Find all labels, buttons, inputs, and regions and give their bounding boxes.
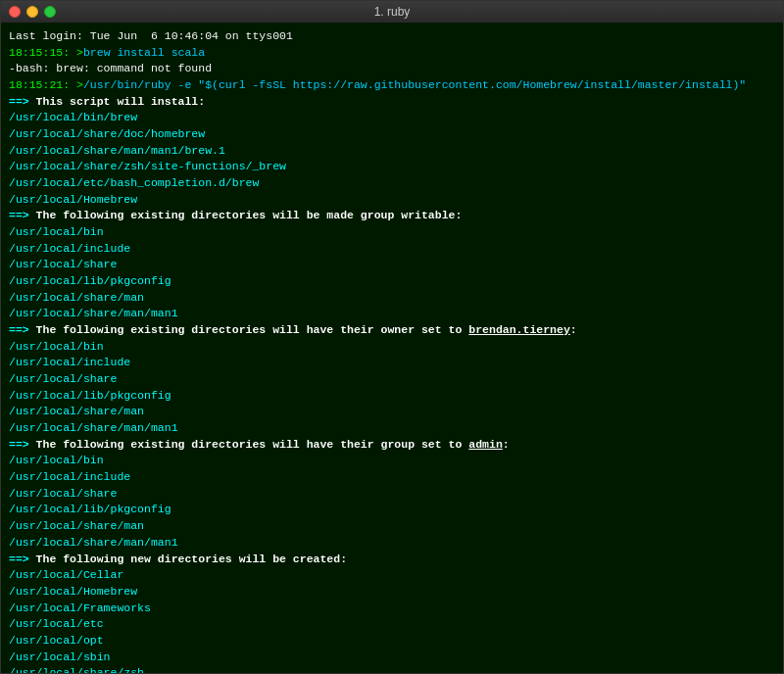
minimize-button[interactable] <box>26 6 38 18</box>
terminal-line: /usr/local/share/man/man1 <box>9 420 775 437</box>
terminal-line: -bash: brew: command not found <box>9 61 775 77</box>
titlebar: 1. ruby <box>1 1 783 23</box>
terminal-line: ==> The following existing directories w… <box>9 322 775 339</box>
terminal-line: ==> The following existing directories w… <box>9 437 775 454</box>
terminal-line: /usr/local/Cellar <box>9 567 775 584</box>
terminal-window: 1. ruby Last login: Tue Jun 6 10:46:04 o… <box>0 0 784 674</box>
terminal-line: /usr/local/bin <box>9 224 775 241</box>
terminal-line: /usr/local/bin <box>9 453 775 469</box>
terminal-line: /usr/local/etc/bash_completion.d/brew <box>9 175 775 192</box>
traffic-lights <box>9 6 56 18</box>
maximize-button[interactable] <box>44 6 56 18</box>
terminal-line: /usr/local/include <box>9 469 775 486</box>
terminal-line: /usr/local/bin/brew <box>9 110 775 126</box>
terminal-line: /usr/local/share <box>9 486 775 503</box>
terminal-line: /usr/local/opt <box>9 633 775 650</box>
terminal-line: /usr/local/share/man <box>9 404 775 420</box>
window-title: 1. ruby <box>374 5 411 19</box>
terminal-line: /usr/local/Homebrew <box>9 192 775 209</box>
terminal-line: /usr/local/share/man <box>9 518 775 535</box>
terminal-line: /usr/local/include <box>9 355 775 371</box>
terminal-line: /usr/local/Frameworks <box>9 601 775 617</box>
terminal-line: /usr/local/bin <box>9 339 775 356</box>
terminal-line: /usr/local/lib/pkgconfig <box>9 273 775 290</box>
terminal-line: Last login: Tue Jun 6 10:46:04 on ttys00… <box>9 28 775 45</box>
terminal-line: /usr/local/sbin <box>9 650 775 666</box>
terminal-line: /usr/local/share/man <box>9 290 775 307</box>
terminal-line: /usr/local/share/zsh <box>9 665 775 673</box>
terminal-line: ==> The following existing directories w… <box>9 208 775 224</box>
terminal-line: /usr/local/lib/pkgconfig <box>9 502 775 518</box>
close-button[interactable] <box>9 6 21 18</box>
terminal-line: /usr/local/share <box>9 371 775 388</box>
terminal-body[interactable]: Last login: Tue Jun 6 10:46:04 on ttys00… <box>1 23 783 673</box>
terminal-line: /usr/local/share/zsh/site-functions/_bre… <box>9 159 775 175</box>
terminal-line: /usr/local/share/man/man1/brew.1 <box>9 143 775 160</box>
terminal-line: /usr/local/lib/pkgconfig <box>9 388 775 405</box>
terminal-line: /usr/local/etc <box>9 616 775 633</box>
terminal-line: /usr/local/share <box>9 257 775 273</box>
terminal-line: ==> The following new directories will b… <box>9 552 775 568</box>
terminal-line: /usr/local/Homebrew <box>9 584 775 601</box>
terminal-line: /usr/local/share/man/man1 <box>9 535 775 552</box>
terminal-line: 18:15:21: >/usr/bin/ruby -e "$(curl -fsS… <box>9 77 775 94</box>
terminal-line: ==> This script will install: <box>9 94 775 111</box>
terminal-line: /usr/local/share/doc/homebrew <box>9 126 775 143</box>
terminal-line: 18:15:15: >brew install scala <box>9 45 775 62</box>
terminal-line: /usr/local/include <box>9 241 775 258</box>
terminal-line: /usr/local/share/man/man1 <box>9 306 775 322</box>
